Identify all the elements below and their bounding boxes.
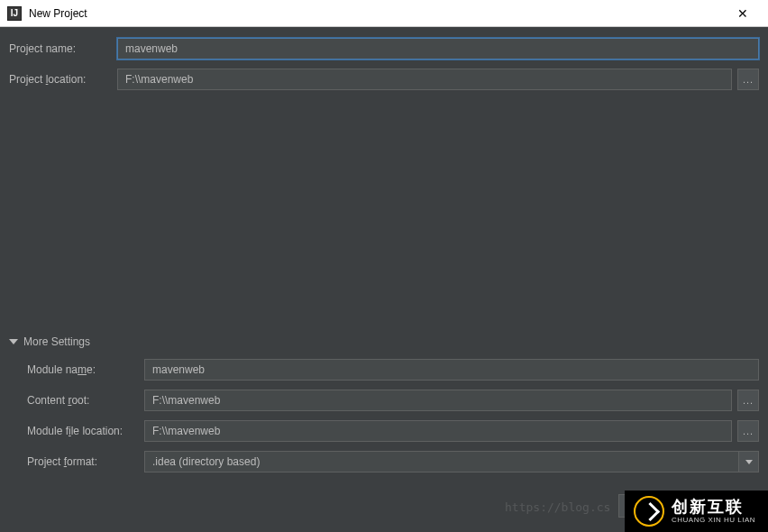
app-icon: IJ <box>7 6 22 21</box>
module-file-location-row: Module file location: ... <box>27 420 759 442</box>
watermark-text-en: CHUANG XIN HU LIAN <box>672 517 755 525</box>
module-file-location-label: Module file location: <box>27 425 144 437</box>
chevron-down-icon <box>9 339 18 344</box>
project-location-label: Project location: <box>9 73 117 86</box>
project-name-input[interactable] <box>117 38 759 60</box>
project-format-row: Project format: .idea (directory based) <box>27 451 759 472</box>
module-name-input[interactable] <box>144 359 759 381</box>
project-name-row: Project name: <box>9 38 759 60</box>
project-format-select[interactable]: .idea (directory based) <box>144 451 759 472</box>
project-name-label: Project name: <box>9 42 117 55</box>
project-format-label: Project format: <box>27 455 144 468</box>
module-name-row: Module name: <box>27 359 759 381</box>
titlebar: IJ New Project ✕ <box>0 0 768 27</box>
more-settings-label: More Settings <box>23 335 90 348</box>
watermark-text-cn: 创新互联 <box>672 499 755 517</box>
content-root-input[interactable] <box>144 390 732 411</box>
project-format-value: .idea (directory based) <box>144 451 739 472</box>
watermark-badge: 创新互联 CHUANG XIN HU LIAN <box>625 491 768 532</box>
content-root-label: Content root: <box>27 394 144 407</box>
dialog-content: Project name: Project location: ... More… <box>0 27 768 532</box>
module-name-label: Module name: <box>27 363 144 376</box>
more-settings-toggle[interactable]: More Settings <box>9 335 759 348</box>
window-title: New Project <box>29 7 87 20</box>
dropdown-arrow-icon <box>739 451 759 472</box>
close-icon[interactable]: ✕ <box>725 0 761 27</box>
content-root-browse-button[interactable]: ... <box>737 390 759 411</box>
project-location-browse-button[interactable]: ... <box>737 69 759 90</box>
module-file-location-input[interactable] <box>144 420 732 442</box>
content-root-row: Content root: ... <box>27 390 759 411</box>
watermark-logo-icon <box>634 496 664 527</box>
project-location-input[interactable] <box>117 69 732 90</box>
module-file-browse-button[interactable]: ... <box>737 420 759 442</box>
project-location-row: Project location: ... <box>9 69 759 90</box>
